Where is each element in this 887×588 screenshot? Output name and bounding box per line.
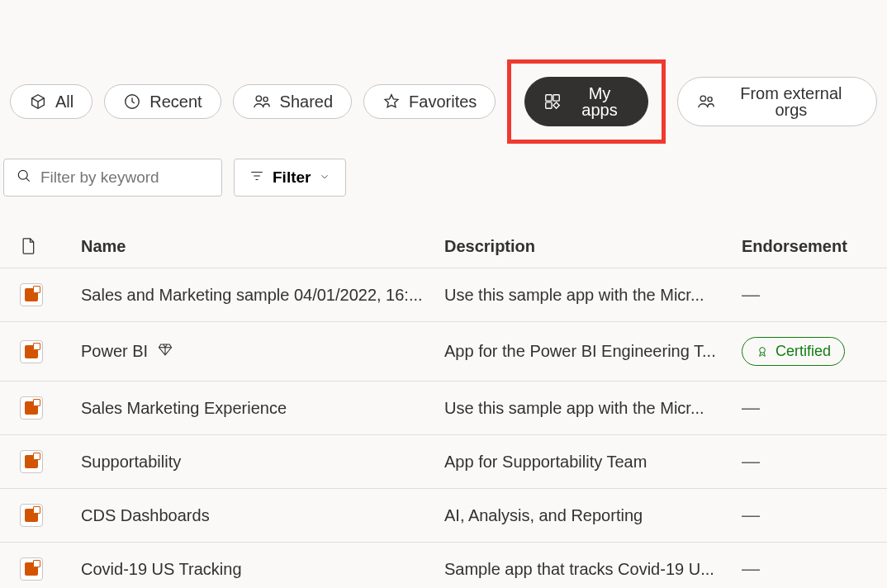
search-box[interactable] (3, 159, 222, 197)
cube-icon (29, 92, 47, 111)
column-type[interactable] (20, 236, 81, 256)
cell-description: Use this sample app with the Micr... (444, 399, 742, 418)
app-type-icon (20, 340, 81, 363)
chevron-down-icon (319, 168, 330, 187)
column-name[interactable]: Name (81, 237, 444, 256)
cell-endorsement: — (742, 558, 887, 580)
column-description[interactable]: Description (444, 237, 742, 256)
apps-icon (543, 92, 562, 111)
cell-description: AI, Analysis, and Reporting (444, 506, 742, 525)
tab-recent[interactable]: Recent (104, 84, 221, 119)
premium-diamond-icon (158, 342, 173, 357)
tab-all[interactable]: All (10, 84, 92, 119)
cell-name: CDS Dashboards (81, 506, 444, 525)
cell-description: Use this sample app with the Micr... (444, 286, 742, 305)
star-icon (382, 92, 401, 111)
svg-point-8 (18, 170, 27, 179)
svg-point-7 (708, 97, 712, 102)
cell-description: App for the Power BI Engineering T... (444, 342, 742, 361)
search-icon (16, 168, 32, 187)
tab-external-orgs[interactable]: From external orgs (677, 77, 877, 126)
filter-icon (249, 168, 264, 187)
certified-badge: Certified (742, 337, 845, 366)
cell-name: Sales Marketing Experience (81, 399, 444, 418)
apps-table: Name Description Endorsement Sales and M… (0, 225, 887, 588)
table-header: Name Description Endorsement (0, 225, 887, 268)
column-endorsement[interactable]: Endorsement (742, 237, 887, 256)
filter-button[interactable]: Filter (234, 159, 346, 197)
filter-tabs-row: All Recent Shared Favorites My apps From… (0, 0, 887, 144)
table-body: Sales and Marketing sample 04/01/2022, 1… (0, 268, 887, 588)
clock-icon (123, 92, 141, 111)
tab-my-apps[interactable]: My apps (524, 77, 647, 126)
people-icon (252, 92, 272, 111)
cell-endorsement: — (742, 397, 887, 419)
svg-point-2 (263, 97, 268, 102)
app-type-icon (20, 450, 81, 473)
tab-external-label: From external orgs (724, 85, 858, 118)
svg-point-1 (256, 96, 261, 101)
toolbar: Filter (0, 144, 887, 197)
svg-rect-4 (553, 95, 559, 101)
cell-endorsement: Certified (742, 337, 887, 366)
cell-name: Power BI (81, 342, 444, 361)
table-row[interactable]: Covid-19 US TrackingSample app that trac… (0, 543, 887, 588)
cell-description: App for Supportability Team (444, 453, 742, 472)
app-type-icon (20, 557, 81, 581)
table-row[interactable]: Power BIApp for the Power BI Engineering… (0, 322, 887, 382)
cell-description: Sample app that tracks Covid-19 U... (444, 560, 742, 579)
app-type-icon (20, 504, 81, 527)
cell-endorsement: — (742, 505, 887, 526)
app-type-icon (20, 283, 81, 306)
svg-rect-3 (546, 95, 552, 101)
svg-point-9 (760, 347, 766, 353)
app-type-icon (20, 396, 81, 420)
table-row[interactable]: SupportabilityApp for Supportability Tea… (0, 435, 887, 489)
tab-favorites[interactable]: Favorites (363, 84, 496, 119)
tab-recent-label: Recent (149, 93, 202, 110)
table-row[interactable]: CDS DashboardsAI, Analysis, and Reportin… (0, 489, 887, 543)
tab-shared-label: Shared (280, 93, 334, 110)
filter-button-label: Filter (273, 168, 311, 187)
svg-rect-5 (546, 102, 552, 108)
cell-name: Sales and Marketing sample 04/01/2022, 1… (81, 286, 444, 305)
highlight-box: My apps (507, 59, 665, 144)
table-row[interactable]: Sales and Marketing sample 04/01/2022, 1… (0, 268, 887, 322)
search-input[interactable] (40, 168, 210, 187)
cell-endorsement: — (742, 284, 887, 306)
cell-name: Covid-19 US Tracking (81, 560, 444, 579)
tab-all-label: All (55, 93, 74, 110)
people-external-icon (696, 92, 716, 111)
cell-name: Supportability (81, 453, 444, 472)
tab-favorites-label: Favorites (409, 93, 477, 110)
cell-endorsement: — (742, 451, 887, 472)
tab-shared[interactable]: Shared (233, 84, 353, 119)
tab-my-apps-label: My apps (570, 85, 628, 118)
table-row[interactable]: Sales Marketing ExperienceUse this sampl… (0, 382, 887, 435)
svg-point-6 (700, 96, 705, 101)
